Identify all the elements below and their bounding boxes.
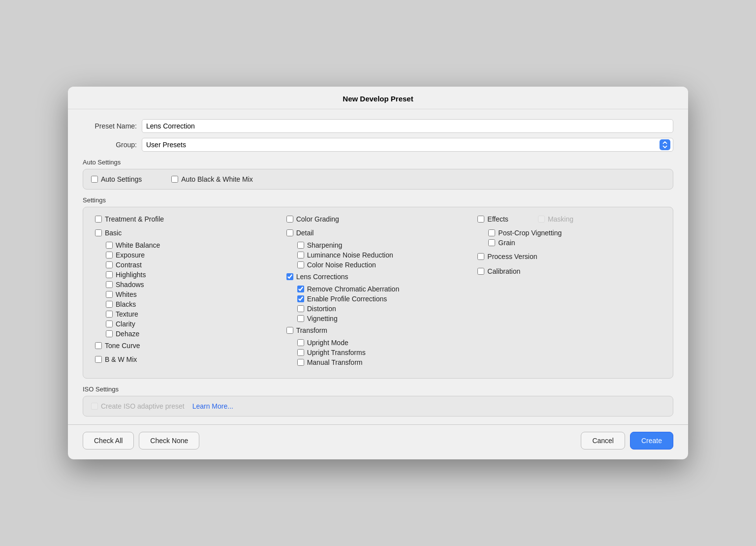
new-develop-preset-dialog: New Develop Preset Preset Name: Group: U… xyxy=(68,87,688,459)
settings-col2: Color Grading Detail Sharpening xyxy=(283,213,474,372)
post-crop-vignetting-checkbox[interactable] xyxy=(488,229,495,236)
dehaze-checkbox[interactable] xyxy=(106,330,113,337)
effects-sub-items: Post-Crop Vignetting Grain xyxy=(488,229,661,247)
shadows-item[interactable]: Shadows xyxy=(106,281,279,289)
auto-settings-checkbox-item[interactable]: Auto Settings xyxy=(91,175,142,183)
group-select[interactable]: User Presets Default Custom xyxy=(142,138,673,152)
masking-item[interactable]: Masking xyxy=(538,215,573,223)
group-label: Group: xyxy=(83,141,137,149)
dialog-footer: Check All Check None Cancel Create xyxy=(68,425,688,459)
post-crop-vignetting-item[interactable]: Post-Crop Vignetting xyxy=(488,229,661,237)
auto-bw-mix-checkbox-item[interactable]: Auto Black & White Mix xyxy=(171,175,253,183)
auto-bw-mix-checkbox[interactable] xyxy=(171,176,178,183)
effects-masking-row: Effects Masking xyxy=(477,215,661,229)
tone-curve-checkbox[interactable] xyxy=(95,342,102,349)
create-iso-checkbox[interactable] xyxy=(91,403,98,410)
grain-item[interactable]: Grain xyxy=(488,239,661,247)
basic-item[interactable]: Basic xyxy=(95,229,279,237)
effects-label: Effects xyxy=(487,215,508,223)
color-noise-checkbox[interactable] xyxy=(297,261,304,268)
auto-settings-checkbox[interactable] xyxy=(91,176,98,183)
treatment-profile-checkbox[interactable] xyxy=(95,216,102,223)
transform-sub-items: Upright Mode Upright Transforms Manual T… xyxy=(297,339,470,366)
detail-item[interactable]: Detail xyxy=(286,229,470,237)
clarity-checkbox[interactable] xyxy=(106,321,113,327)
upright-transforms-checkbox[interactable] xyxy=(297,349,304,356)
color-grading-checkbox[interactable] xyxy=(286,216,293,223)
exposure-item[interactable]: Exposure xyxy=(106,251,279,259)
contrast-checkbox[interactable] xyxy=(106,261,113,268)
shadows-checkbox[interactable] xyxy=(106,281,113,288)
bw-mix-checkbox[interactable] xyxy=(95,356,102,363)
cancel-button[interactable]: Cancel xyxy=(581,432,625,450)
calibration-label: Calibration xyxy=(487,267,520,275)
distortion-item[interactable]: Distortion xyxy=(297,305,470,313)
calibration-checkbox[interactable] xyxy=(477,268,484,275)
luminance-noise-item[interactable]: Luminance Noise Reduction xyxy=(297,251,470,259)
manual-transform-item[interactable]: Manual Transform xyxy=(297,358,470,366)
luminance-noise-checkbox[interactable] xyxy=(297,252,304,258)
distortion-checkbox[interactable] xyxy=(297,305,304,312)
process-version-group: Process Version xyxy=(477,253,661,262)
contrast-item[interactable]: Contrast xyxy=(106,261,279,269)
lens-corrections-checkbox[interactable] xyxy=(286,273,293,280)
sharpening-item[interactable]: Sharpening xyxy=(297,241,470,249)
color-noise-item[interactable]: Color Noise Reduction xyxy=(297,261,470,269)
tone-curve-label: Tone Curve xyxy=(105,342,140,350)
create-iso-item[interactable]: Create ISO adaptive preset xyxy=(91,402,185,410)
remove-ca-item[interactable]: Remove Chromatic Aberration xyxy=(297,285,470,293)
transform-item[interactable]: Transform xyxy=(286,326,470,334)
preset-name-label: Preset Name: xyxy=(83,122,137,130)
calibration-item[interactable]: Calibration xyxy=(477,267,661,275)
create-button[interactable]: Create xyxy=(630,432,673,450)
white-balance-item[interactable]: White Balance xyxy=(106,241,279,249)
tone-curve-item[interactable]: Tone Curve xyxy=(95,342,279,350)
texture-item[interactable]: Texture xyxy=(106,310,279,318)
lens-corrections-item[interactable]: Lens Corrections xyxy=(286,273,470,281)
blacks-item[interactable]: Blacks xyxy=(106,300,279,308)
sharpening-checkbox[interactable] xyxy=(297,242,304,249)
enable-profile-item[interactable]: Enable Profile Corrections xyxy=(297,295,470,303)
effects-group: Effects xyxy=(477,215,508,225)
exposure-checkbox[interactable] xyxy=(106,252,113,258)
treatment-profile-label: Treatment & Profile xyxy=(105,215,164,223)
footer-right-buttons: Cancel Create xyxy=(581,432,673,450)
upright-transforms-item[interactable]: Upright Transforms xyxy=(297,349,470,356)
blacks-checkbox[interactable] xyxy=(106,301,113,308)
upright-mode-item[interactable]: Upright Mode xyxy=(297,339,470,347)
process-version-item[interactable]: Process Version xyxy=(477,253,661,260)
white-balance-checkbox[interactable] xyxy=(106,242,113,249)
check-none-button[interactable]: Check None xyxy=(139,432,199,450)
group-select-wrapper: User Presets Default Custom xyxy=(142,138,673,152)
transform-checkbox[interactable] xyxy=(286,327,293,334)
effects-checkbox[interactable] xyxy=(477,216,484,223)
enable-profile-checkbox[interactable] xyxy=(297,295,304,302)
masking-checkbox[interactable] xyxy=(538,216,545,223)
dehaze-item[interactable]: Dehaze xyxy=(106,330,279,338)
detail-checkbox[interactable] xyxy=(286,229,293,236)
whites-item[interactable]: Whites xyxy=(106,290,279,298)
grain-checkbox[interactable] xyxy=(488,239,495,246)
check-all-button[interactable]: Check All xyxy=(83,432,134,450)
clarity-item[interactable]: Clarity xyxy=(106,320,279,328)
whites-checkbox[interactable] xyxy=(106,291,113,298)
learn-more-link[interactable]: Learn More... xyxy=(192,402,233,410)
highlights-checkbox[interactable] xyxy=(106,271,113,278)
color-grading-item[interactable]: Color Grading xyxy=(286,215,470,223)
tone-curve-group: Tone Curve xyxy=(95,342,279,352)
texture-checkbox[interactable] xyxy=(106,311,113,318)
footer-left-buttons: Check All Check None xyxy=(83,432,199,450)
treatment-profile-item[interactable]: Treatment & Profile xyxy=(95,215,279,223)
effects-item[interactable]: Effects xyxy=(477,215,508,223)
highlights-item[interactable]: Highlights xyxy=(106,271,279,279)
bw-mix-item[interactable]: B & W Mix xyxy=(95,355,279,363)
process-version-checkbox[interactable] xyxy=(477,253,484,260)
remove-ca-checkbox[interactable] xyxy=(297,286,304,292)
preset-name-input[interactable] xyxy=(142,119,673,133)
vignetting-item[interactable]: Vignetting xyxy=(297,315,470,322)
manual-transform-checkbox[interactable] xyxy=(297,359,304,366)
auto-settings-section-label: Auto Settings xyxy=(83,159,673,166)
basic-checkbox[interactable] xyxy=(95,229,102,236)
upright-mode-checkbox[interactable] xyxy=(297,339,304,346)
vignetting-checkbox[interactable] xyxy=(297,315,304,322)
